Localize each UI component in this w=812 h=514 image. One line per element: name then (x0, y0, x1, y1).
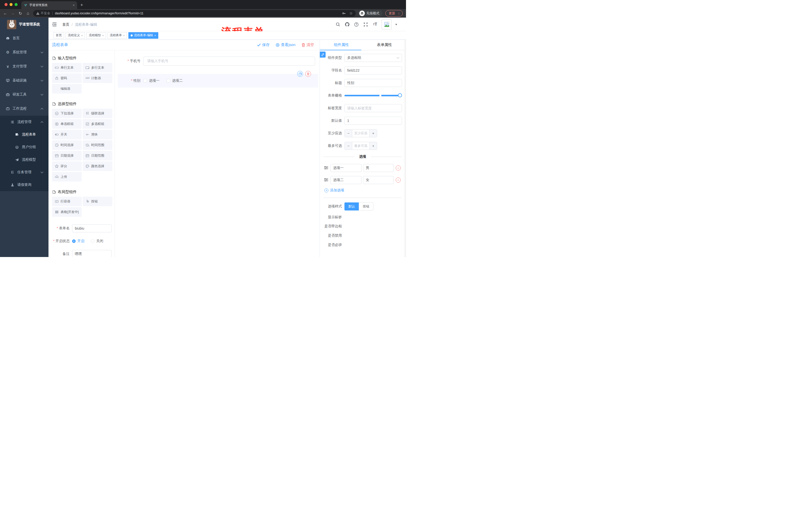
avatar-caret-down-icon[interactable]: ▾ (396, 23, 397, 26)
palette-item-color-picker[interactable]: 颜色选择 (83, 161, 112, 171)
tag-process-definition[interactable]: 流程定义× (65, 32, 85, 39)
palette-item-editor[interactable]: 编辑器 (52, 84, 82, 93)
fullscreen-icon[interactable] (363, 22, 369, 27)
palette-item-table[interactable]: 表格[开发中] (52, 207, 82, 217)
checkbox-box[interactable] (167, 79, 170, 82)
sidebar-item-process-model[interactable]: 流程模型 (0, 154, 49, 166)
remark-textarea[interactable]: 嘿嘿 (72, 250, 112, 257)
update-button[interactable]: 更新 ⋮ (385, 10, 403, 17)
status-off-radio[interactable]: 关闭 (91, 239, 103, 243)
tag-close-icon[interactable]: × (123, 34, 125, 37)
tag-process-model[interactable]: 流程模型× (86, 32, 106, 39)
tag-close-icon[interactable]: × (81, 34, 83, 37)
palette-item-counter[interactable]: 123 计数器 (83, 74, 112, 83)
component-type-select[interactable] (344, 54, 402, 62)
palette-item-date-picker[interactable]: 日期选择 (52, 151, 82, 160)
max-select-placeholder[interactable]: 最多可选 (352, 142, 369, 150)
field-name-input[interactable] (344, 66, 402, 75)
browser-menu-dots-icon[interactable]: ⋮ (397, 11, 401, 15)
label-width-input[interactable] (344, 104, 402, 112)
sidebar-item-task-manage[interactable]: 任务管理 (0, 166, 49, 179)
palette-item-slider[interactable]: 滑块 (83, 130, 112, 139)
tag-process-form-edit[interactable]: 流程表单-编辑× (128, 32, 158, 39)
tag-process-form[interactable]: 流程表单× (108, 32, 127, 39)
sidebar-item-process-form[interactable]: 流程表单 (0, 128, 49, 141)
password-key-icon[interactable] (342, 11, 346, 15)
form-name-input[interactable] (72, 224, 112, 232)
grid-slider[interactable] (344, 95, 400, 96)
sidebar-toggle-hamburger-icon[interactable] (52, 22, 57, 27)
font-size-icon[interactable]: TT (372, 22, 378, 27)
option2-value-input[interactable] (363, 176, 394, 184)
tag-close-icon[interactable]: × (154, 34, 156, 37)
palette-item-switch[interactable]: 开关 (52, 130, 82, 139)
palette-item-row-container[interactable]: 行容器 (52, 197, 82, 206)
delete-component-button[interactable] (305, 71, 311, 77)
option1-value-input[interactable] (363, 164, 394, 172)
status-on-radio[interactable]: 开启 (72, 239, 84, 243)
avatar[interactable] (382, 19, 392, 29)
gender-option2-checkbox[interactable]: 选项二 (167, 78, 183, 83)
palette-item-rate[interactable]: 评分 (52, 161, 82, 171)
drag-handle-icon[interactable] (324, 178, 329, 182)
palette-item-button[interactable]: 按钮 (83, 197, 112, 206)
title-input[interactable] (344, 79, 402, 87)
home-button[interactable]: ⌂ (24, 11, 32, 16)
back-button[interactable]: ← (1, 11, 9, 16)
option2-label-input[interactable] (330, 176, 361, 184)
sidebar-item-system[interactable]: ⚙ 系统管理 (0, 45, 49, 59)
sidebar-item-user-group[interactable]: 用户分组 (0, 141, 49, 154)
palette-item-time-picker[interactable]: 时间选择 (52, 140, 82, 150)
sidebar-item-devtools[interactable]: 研发工具 (0, 87, 49, 102)
palette-item-radio-group[interactable]: 单选框组 (52, 119, 82, 129)
breadcrumb-home[interactable]: 首页 (62, 22, 69, 27)
help-question-icon[interactable] (354, 22, 359, 27)
palette-item-single-line-text[interactable]: 单行文本 (52, 63, 82, 73)
save-button[interactable]: 保存 (257, 43, 269, 47)
sidebar-item-leave-query[interactable]: 请假查询 (0, 179, 49, 191)
style-button-button[interactable]: 按钮 (359, 202, 373, 211)
palette-item-multi-line-text[interactable]: 多行文本 (83, 63, 112, 73)
forward-button[interactable]: → (9, 11, 17, 16)
palette-item-time-range[interactable]: 时间范围 (83, 140, 112, 150)
sidebar-item-infra[interactable]: 基础设施 (0, 74, 49, 87)
tab-close-icon[interactable]: × (72, 3, 75, 7)
stepper-increase-button[interactable]: + (369, 130, 377, 137)
copy-component-button[interactable] (297, 71, 303, 77)
search-icon[interactable] (335, 22, 341, 27)
tag-home[interactable]: 首页 (54, 32, 64, 39)
security-label[interactable]: 不安全 (41, 11, 50, 16)
option1-label-input[interactable] (330, 164, 361, 172)
palette-item-upload[interactable]: 上传 (52, 172, 82, 182)
add-option-button[interactable]: + 添加选项 (324, 188, 402, 193)
clear-button[interactable]: 清空 (301, 43, 314, 47)
link-drawer-toggle[interactable] (320, 52, 326, 58)
remove-option-button[interactable]: − (396, 165, 401, 170)
tab-form-props[interactable]: 表单属性 (363, 40, 406, 50)
palette-item-select[interactable]: 下拉选择 (52, 109, 82, 118)
new-tab-button[interactable]: + (80, 2, 83, 8)
url-text[interactable]: dashboard.yudao.iocoder.cn/bpm/manager/f… (55, 11, 340, 15)
style-default-button[interactable]: 默认 (344, 202, 359, 211)
stepper-decrease-button[interactable]: − (345, 130, 352, 137)
minimize-window-button[interactable] (9, 3, 12, 6)
sidebar-item-process-manage[interactable]: 流程管理 (0, 116, 49, 128)
stepper-increase-button[interactable]: + (369, 142, 377, 150)
github-icon[interactable] (344, 22, 350, 27)
palette-item-checkbox-group[interactable]: 多选框组 (83, 119, 112, 129)
gender-option1-checkbox[interactable]: 选项一 (143, 78, 160, 83)
drag-handle-icon[interactable] (324, 166, 329, 170)
address-bar[interactable]: 不安全 dashboard.yudao.iocoder.cn/bpm/manag… (33, 10, 356, 17)
default-value-input[interactable] (344, 117, 402, 125)
sidebar-logo[interactable]: 芋道管理系统 (0, 18, 49, 31)
sidebar-item-workflow[interactable]: 工作流程 (0, 102, 49, 116)
checkbox-box[interactable] (143, 79, 147, 82)
canvas-field-phone[interactable]: 手机号 请输入手机号 (118, 57, 318, 65)
remove-option-button[interactable]: − (396, 178, 401, 183)
palette-item-cascader[interactable]: 级联选择 (83, 109, 112, 118)
phone-input[interactable]: 请输入手机号 (143, 57, 315, 65)
palette-item-date-range[interactable]: 日期范围 (83, 151, 112, 160)
sidebar-item-home[interactable]: 首页 (0, 31, 49, 45)
close-window-button[interactable] (4, 3, 7, 6)
slider-handle[interactable] (398, 93, 402, 97)
